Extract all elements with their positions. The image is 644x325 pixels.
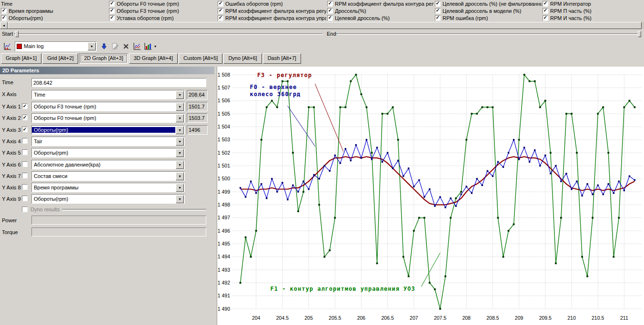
y-axis-4-combo[interactable]: Tair ▼: [31, 137, 185, 146]
power-label: Power: [2, 217, 17, 223]
dropdown-icon: ▼: [90, 45, 93, 48]
svg-text:1 506: 1 506: [218, 98, 230, 103]
chart-options-caret-icon[interactable]: ▾: [154, 44, 156, 49]
dropdown-button[interactable]: ▼: [176, 126, 184, 134]
checkbox[interactable]: [218, 8, 223, 14]
horizontal-scrollbar[interactable]: ◄: [0, 22, 644, 29]
checkbox[interactable]: [435, 1, 441, 7]
param-label: RPM И часть (%): [550, 15, 592, 21]
svg-text:F3 - регулятор: F3 - регулятор: [257, 72, 312, 79]
svg-text:1 503: 1 503: [218, 137, 230, 142]
scrollbar-thumb[interactable]: [8, 22, 642, 29]
y-axis-9-combo[interactable]: Обороты(rpm) ▼: [31, 194, 185, 204]
tab-label: Grid [Alt+2]: [47, 55, 73, 61]
dropdown-button[interactable]: ▼: [176, 184, 184, 192]
tab-2d-graph[interactable]: 2D Graph [Alt+3]: [79, 53, 128, 64]
delete-log-icon[interactable]: [121, 41, 131, 51]
checkbox[interactable]: [327, 1, 333, 7]
end-slider-thumb[interactable]: [638, 31, 641, 37]
y-axis-3-combo[interactable]: Обороты(rpm) ▼: [31, 125, 185, 135]
checkbox[interactable]: [543, 1, 548, 7]
checkbox[interactable]: [327, 8, 333, 14]
dropdown-icon: ▼: [178, 163, 181, 167]
y-axis-9-checkbox[interactable]: [22, 196, 28, 201]
tab-dyno[interactable]: Dyno [Alt+6]: [223, 53, 262, 64]
checkbox[interactable]: [327, 15, 333, 21]
y-axis-2-checkbox[interactable]: [22, 115, 28, 120]
svg-text:205: 205: [304, 315, 313, 321]
svg-text:208.5: 208.5: [486, 315, 499, 321]
dyno-results-checkbox[interactable]: [22, 207, 28, 212]
log-dropdown-button[interactable]: ▼: [88, 42, 96, 50]
param-item: Обороты F3 точные (rpm): [108, 7, 217, 14]
checkbox[interactable]: [109, 8, 115, 14]
power-input: [31, 216, 206, 225]
x-axis-combo[interactable]: Time ▼: [31, 90, 185, 99]
tab-3d-graph[interactable]: 3D Graph [Alt+4]: [129, 53, 178, 64]
tab-label: Custom [Alt+5]: [183, 55, 218, 61]
svg-text:F1 - контур алгоритмов управле: F1 - контур алгоритмов управления УОЗ: [270, 286, 415, 292]
start-slider-track[interactable]: [14, 33, 323, 35]
chart-canvas[interactable]: 1 4901 4911 4921 4931 4941 4951 4961 497…: [217, 67, 644, 325]
param-column: Целевой дроссель (%) (не фильтрованный) …: [434, 0, 542, 22]
dropdown-button[interactable]: ▼: [176, 138, 184, 146]
combo-value: Состав смеси: [32, 173, 175, 179]
param-label: Целевой дроссель в модели (%): [443, 8, 521, 14]
dropdown-button[interactable]: ▼: [176, 91, 184, 99]
end-slider-track[interactable]: [336, 33, 641, 35]
y-axis-5-checkbox[interactable]: [22, 149, 28, 155]
param-column: RPM Интегратор RPM П часть (%) RPM И час…: [542, 0, 644, 22]
checkbox[interactable]: [1, 15, 7, 21]
param-label: Целевой дроссель (%): [335, 15, 390, 21]
checkbox[interactable]: [218, 1, 223, 7]
y-axis-8-checkbox[interactable]: [22, 184, 28, 190]
dropdown-button[interactable]: ▼: [176, 114, 184, 122]
tab-graph[interactable]: Graph [Alt+1]: [1, 53, 41, 64]
dropdown-button[interactable]: ▼: [176, 195, 184, 203]
scroll-left-button[interactable]: ◄: [0, 22, 8, 29]
combo-value: Обороты(rpm): [32, 127, 175, 133]
y-axis-6-combo[interactable]: Абсолютное давление(kpa) ▼: [31, 160, 185, 169]
svg-text:211: 211: [620, 315, 628, 321]
checkbox[interactable]: [109, 15, 115, 21]
checkbox[interactable]: [1, 8, 7, 14]
y-axis-6-checkbox[interactable]: [22, 161, 28, 167]
checkbox[interactable]: [435, 8, 441, 14]
y-axis-5-combo[interactable]: Обороты(rpm) ▼: [31, 148, 185, 158]
y-axis-7-combo[interactable]: Состав смеси ▼: [31, 171, 185, 181]
checkbox[interactable]: [435, 15, 441, 21]
tab-custom[interactable]: Custom [Alt+5]: [179, 53, 222, 64]
y-axis-7-checkbox[interactable]: [22, 173, 28, 178]
dropdown-button[interactable]: ▼: [176, 172, 184, 180]
param-item: Ошибка оборотов (rpm): [217, 0, 326, 7]
y-axis-2-combo[interactable]: Обороты F0 точные (rpm) ▼: [31, 113, 185, 123]
dropdown-button[interactable]: ▼: [176, 161, 184, 169]
y-axis-1-combo[interactable]: Обороты F3 точные (rpm) ▼: [31, 102, 185, 111]
checkbox[interactable]: [109, 1, 115, 7]
chart-options-icon[interactable]: [142, 41, 153, 51]
toolbar: Main log ▼ ▾: [0, 40, 644, 52]
apply-down-arrow-icon[interactable]: [99, 41, 110, 51]
tab-dash[interactable]: Dash [Alt+7]: [263, 53, 301, 64]
chart-icon[interactable]: [131, 41, 142, 51]
dropdown-button[interactable]: ▼: [176, 149, 184, 157]
checkbox[interactable]: [218, 15, 223, 21]
y-axis-1-checkbox[interactable]: [22, 103, 28, 109]
log-selector-combo[interactable]: Main log ▼: [15, 41, 97, 51]
param-column: Ошибка оборотов (rpm) RPM коэффициент фи…: [217, 0, 326, 22]
chart-edit-icon[interactable]: [2, 41, 13, 51]
y-axis-8-combo[interactable]: Время программы ▼: [31, 183, 185, 192]
tab-grid[interactable]: Grid [Alt+2]: [42, 53, 78, 64]
svg-text:1 495: 1 495: [218, 241, 230, 246]
start-slider-thumb[interactable]: [15, 31, 19, 37]
edit-log-icon[interactable]: [110, 41, 121, 51]
dropdown-button[interactable]: ▼: [176, 103, 184, 111]
y-axis-5-label: Y Axis 5: [2, 150, 21, 156]
svg-text:1 494: 1 494: [218, 254, 230, 259]
param-label: Дроссель(%): [335, 8, 366, 14]
y-axis-4-checkbox[interactable]: [22, 138, 28, 144]
time-input[interactable]: [31, 78, 206, 87]
y-axis-3-checkbox[interactable]: [22, 127, 28, 132]
checkbox[interactable]: [543, 15, 548, 21]
checkbox[interactable]: [543, 8, 548, 14]
